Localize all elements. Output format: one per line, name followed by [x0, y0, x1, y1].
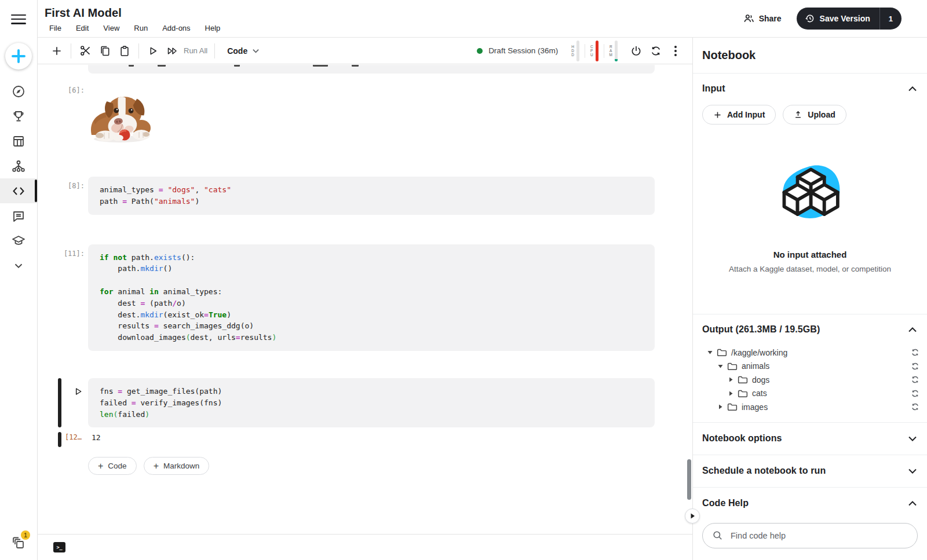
add-cell-button[interactable] [47, 41, 67, 61]
add-input-button[interactable]: Add Input [702, 105, 776, 125]
sidebar-nav [0, 79, 37, 278]
cut-cell-button[interactable] [75, 41, 95, 61]
caret-down-icon[interactable] [717, 364, 724, 368]
save-version-label: Save Version [820, 14, 870, 23]
output-cell-6: [6]: [38, 86, 692, 144]
tree-row-animals[interactable]: animals [693, 360, 927, 374]
run-cell-button[interactable] [143, 41, 163, 61]
active-events-button[interactable]: 1 [11, 536, 26, 551]
sync-icon [650, 45, 662, 57]
sidebar-item-learn[interactable] [0, 228, 37, 253]
terminal-button[interactable]: >_ [53, 542, 65, 552]
notebook-settings-panel: Notebook Input Add Input U [692, 38, 927, 560]
create-button[interactable] [5, 43, 32, 69]
stop-session-button[interactable] [626, 41, 646, 61]
sidebar-item-more[interactable] [0, 253, 37, 278]
refresh-icon[interactable] [910, 402, 920, 412]
kebab-menu-icon [674, 46, 677, 56]
scissors-icon [79, 45, 92, 57]
session-status-dot [477, 48, 483, 54]
sidebar-item-discussions[interactable] [0, 203, 37, 228]
content-row: Run All Code Draft Session (36m) HDD [38, 38, 927, 560]
table-icon [12, 134, 25, 148]
add-markdown-cell-button[interactable]: + Markdown [144, 457, 210, 475]
refresh-icon[interactable] [910, 347, 920, 358]
output-section-header[interactable]: Output (261.3MB / 19.5GB) [693, 314, 927, 345]
refresh-icon[interactable] [910, 375, 920, 385]
input-section-header[interactable]: Input [693, 74, 927, 104]
menu-file[interactable]: File [49, 24, 61, 32]
focused-code-cell: fns = get_image_files(path)failed = veri… [38, 378, 692, 427]
panel-collapse-button[interactable] [685, 508, 700, 524]
tree-row-dogs[interactable]: dogs [693, 373, 927, 387]
code-help-title: Code Help [702, 498, 749, 508]
run-all-button[interactable] [163, 41, 183, 61]
cpu-meter: CPU [585, 41, 604, 61]
paste-cell-button[interactable] [115, 41, 134, 61]
menu-view[interactable]: View [103, 24, 119, 32]
refresh-icon[interactable] [910, 361, 920, 371]
notebook-title[interactable]: First AI Model [45, 6, 220, 20]
caret-right-icon[interactable] [717, 404, 724, 409]
sidebar-item-models[interactable] [0, 153, 37, 178]
caret-right-icon[interactable] [727, 391, 734, 396]
more-options-button[interactable] [666, 41, 685, 61]
menu-edit[interactable]: Edit [76, 24, 89, 32]
share-button[interactable]: Share [743, 13, 782, 24]
menu-addons[interactable]: Add-ons [162, 24, 190, 32]
sidebar-item-competitions[interactable] [0, 104, 37, 129]
tree-row-cats[interactable]: cats [693, 387, 927, 401]
input-section-title: Input [702, 83, 725, 94]
menu-run[interactable]: Run [134, 24, 148, 32]
version-history-icon [805, 13, 815, 24]
code-help-header[interactable]: Code Help [693, 488, 927, 519]
input-buttons: Add Input Upload [693, 104, 927, 125]
caret-right-icon[interactable] [727, 377, 734, 382]
no-input-subtitle: Attach a Kaggle dataset, model, or compe… [729, 265, 891, 273]
copy-cell-button[interactable] [95, 41, 115, 61]
notebook-scrollbar-thumb[interactable] [687, 459, 691, 500]
sidebar-item-datasets[interactable] [0, 129, 37, 153]
upload-icon [794, 110, 802, 119]
sidebar-item-code[interactable] [0, 178, 37, 203]
refresh-icon[interactable] [910, 388, 920, 398]
cell-type-dropdown[interactable]: Code [227, 46, 259, 56]
clipped-code-cell[interactable] [88, 65, 655, 74]
discussion-icon [12, 209, 25, 223]
upload-button[interactable]: Upload [783, 105, 846, 125]
ram-meter: RAM [604, 41, 623, 61]
add-code-cell-button[interactable]: + Code [88, 457, 137, 475]
restart-session-button[interactable] [646, 41, 666, 61]
version-count[interactable]: 1 [879, 8, 902, 30]
run-this-cell-button[interactable] [70, 383, 87, 400]
schedule-header[interactable]: Schedule a notebook to run [693, 455, 927, 487]
hamburger-menu-icon[interactable] [11, 12, 26, 27]
chevron-down-icon [908, 436, 917, 441]
code-editor[interactable]: fns = get_image_files(path)failed = veri… [88, 378, 655, 427]
cell-selection-bar [58, 378, 61, 427]
caret-down-icon[interactable] [706, 350, 713, 354]
output-file-tree: /kaggle/working animals dogs [693, 345, 927, 414]
search-icon [712, 530, 723, 541]
chevron-down-icon [12, 259, 25, 272]
sidebar-bottom: 1 [0, 536, 37, 551]
clipboard-icon [119, 45, 130, 57]
panel-title: Notebook [702, 49, 756, 62]
save-version-button[interactable]: Save Version 1 [797, 8, 902, 30]
tree-row-working[interactable]: /kaggle/working [693, 346, 927, 360]
code-editor[interactable]: animal_types = "dogs", "cats"path = Path… [88, 177, 655, 215]
code-editor[interactable]: if not path.exists(): path.mkdir() for a… [88, 244, 655, 351]
no-input-title: No input attached [773, 250, 847, 259]
tree-row-images[interactable]: images [693, 400, 927, 414]
datasets-cubes-illustration [772, 162, 848, 229]
notebook-options-header[interactable]: Notebook options [693, 423, 927, 455]
menu-help[interactable]: Help [205, 24, 221, 32]
code-cell-11: [11]: if not path.exists(): path.mkdir()… [38, 244, 692, 351]
session-status-label: Draft Session (36m) [488, 46, 558, 55]
cells-scroll-area[interactable]: [6]: [38, 64, 692, 534]
cell-prompt: [6]: [38, 86, 88, 144]
code-help-search-input[interactable] [731, 531, 908, 540]
run-all-label[interactable]: Run All [184, 46, 207, 55]
session-status[interactable]: Draft Session (36m) [477, 46, 558, 55]
sidebar-item-home[interactable] [0, 79, 37, 104]
